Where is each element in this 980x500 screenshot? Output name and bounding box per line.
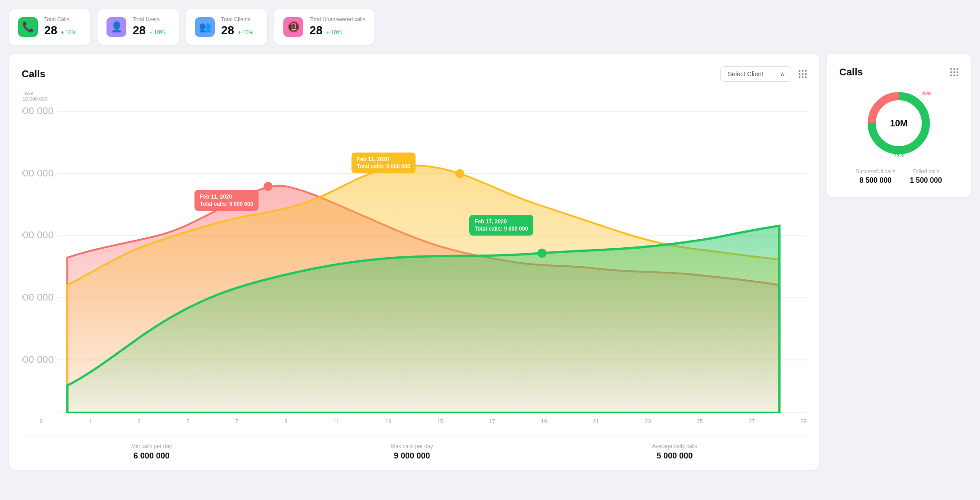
svg-text:10 000 000: 10 000 000 <box>22 105 54 116</box>
donut-legend-label: Failed calls <box>910 168 942 175</box>
donut-title: Calls <box>839 66 863 78</box>
select-client-label: Select Client <box>728 70 763 78</box>
chart-svg: 10 000 000 8 000 000 6 000 000 4 000 000… <box>22 102 807 413</box>
donut-legend-item: Successfull calls 8 500 000 <box>855 168 895 185</box>
svg-text:4 000 000: 4 000 000 <box>22 292 54 303</box>
chart-stat-label: Max calls per day <box>391 443 433 449</box>
chart-stat-item: Min calls per day 6 000 000 <box>131 443 172 461</box>
chart-menu-dots[interactable] <box>799 70 807 78</box>
green-pct-label: 75% <box>894 152 904 157</box>
y-axis-title: Total10 000 000 <box>23 91 807 102</box>
total-unanswered-info: Total Unanswered calls 28 + 10% <box>310 16 365 37</box>
total-unanswered-label: Total Unanswered calls <box>310 16 365 23</box>
total-clients-value: 28 <box>221 23 234 37</box>
total-calls-change: + 10% <box>61 29 76 36</box>
total-calls-value: 28 <box>44 23 57 37</box>
chart-stat-value: 6 000 000 <box>131 451 172 461</box>
stat-card-total-clients: 👥 Total Clients 28 + 10% <box>186 9 267 45</box>
select-client-button[interactable]: Select Client ∧ <box>720 66 792 82</box>
stat-card-total-calls: 📞 Total Calls 28 + 10% <box>9 9 90 45</box>
stat-card-total-users: 👤 Total Users 28 + 10% <box>97 9 179 45</box>
total-unanswered-value: 28 <box>310 23 323 37</box>
red-pct-label: 25% <box>921 91 931 96</box>
stat-card-total-unanswered: 📵 Total Unanswered calls 28 + 10% <box>274 9 374 45</box>
chart-stat-item: Average daily calls 5 000 000 <box>652 443 697 461</box>
chart-header-controls: Select Client ∧ <box>720 66 807 82</box>
chart-stat-value: 9 000 000 <box>391 451 433 461</box>
donut-legend-value: 8 500 000 <box>855 176 895 185</box>
x-axis: 0 1 3 5 7 9 11 13 15 17 19 21 23 25 27 2… <box>22 415 807 425</box>
donut-header: Calls <box>839 66 958 78</box>
calls-chart-card: Calls Select Client ∧ Total10 000 000 <box>9 54 819 470</box>
total-unanswered-change: + 10% <box>326 29 342 36</box>
svg-point-13 <box>537 249 546 258</box>
total-clients-icon: 👥 <box>195 17 215 37</box>
chart-stat-item: Max calls per day 9 000 000 <box>391 443 433 461</box>
svg-text:6 000 000: 6 000 000 <box>22 229 54 241</box>
chart-area: 10 000 000 8 000 000 6 000 000 4 000 000… <box>22 102 807 415</box>
total-users-label: Total Users <box>133 16 165 23</box>
total-users-info: Total Users 28 + 10% <box>133 16 165 37</box>
total-clients-change: + 10% <box>238 29 253 36</box>
svg-point-12 <box>455 169 464 178</box>
donut-area: 10M 25% 75% Successfull calls 8 500 000 … <box>839 87 958 185</box>
total-calls-info: Total Calls 28 + 10% <box>44 16 76 37</box>
chart-stats-row: Min calls per day 6 000 000 Max calls pe… <box>22 435 807 461</box>
total-clients-label: Total Clients <box>221 16 253 23</box>
chart-stat-label: Average daily calls <box>652 443 697 449</box>
total-users-value: 28 <box>133 23 146 37</box>
total-users-change: + 10% <box>149 29 165 36</box>
donut-legend-value: 1 500 000 <box>910 176 942 185</box>
total-clients-info: Total Clients 28 + 10% <box>221 16 253 37</box>
chart-title: Calls <box>22 68 46 80</box>
chart-header: Calls Select Client ∧ <box>22 66 807 82</box>
donut-legend-item: Failed calls 1 500 000 <box>910 168 942 185</box>
main-layout: Calls Select Client ∧ Total10 000 000 <box>9 54 971 470</box>
chart-stat-value: 5 000 000 <box>652 451 697 461</box>
chevron-up-icon: ∧ <box>780 70 785 78</box>
donut-menu-dots[interactable] <box>950 68 958 76</box>
stat-cards-row: 📞 Total Calls 28 + 10% 👤 Total Users 28 … <box>9 9 971 45</box>
total-calls-label: Total Calls <box>44 16 76 23</box>
svg-text:8 000 000: 8 000 000 <box>22 167 54 179</box>
donut-chart-card: Calls 10M 25% 75% Succ <box>827 54 971 197</box>
svg-text:2 000 000: 2 000 000 <box>22 354 54 365</box>
donut-legend: Successfull calls 8 500 000 Failed calls… <box>855 168 942 185</box>
chart-stat-label: Min calls per day <box>131 443 172 449</box>
donut-legend-label: Successfull calls <box>855 168 895 175</box>
total-calls-icon: 📞 <box>18 17 38 37</box>
donut-center-value: 10M <box>890 118 908 129</box>
svg-point-11 <box>263 182 273 191</box>
total-unanswered-icon: 📵 <box>283 17 303 37</box>
total-users-icon: 👤 <box>106 17 126 37</box>
donut-svg-wrapper: 10M 25% 75% <box>863 87 935 159</box>
